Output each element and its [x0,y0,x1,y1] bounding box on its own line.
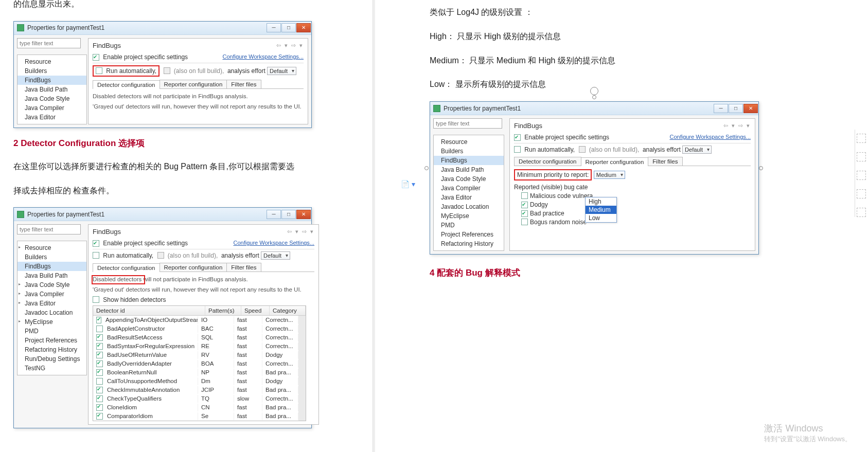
col-pattern[interactable]: Pattern(s) [205,306,241,315]
nav-item[interactable]: Builders [17,66,86,76]
tab[interactable]: Detector configuration [514,157,581,166]
run-auto-checkbox[interactable] [93,252,99,259]
nav-item[interactable]: FindBugs [17,76,86,85]
close-button[interactable]: ✕ [296,23,311,32]
nav-item[interactable]: FindBugs [17,262,86,271]
row-checkbox[interactable] [96,413,103,420]
nav-tree[interactable]: ResourceBuildersFindBugsJava Build PathJ… [433,135,504,251]
nav-item[interactable]: PMD [17,327,86,336]
row-checkbox[interactable] [96,387,103,393]
table-row[interactable]: CloneIdiomCNfastBad pra... [93,403,298,412]
nav-item[interactable]: Java Editor [17,113,86,122]
filter-input[interactable] [17,224,81,234]
row-checkbox[interactable] [96,395,103,402]
nav-tree[interactable]: ResourceBuildersFindBugsJava Build PathJ… [17,241,87,375]
nav-item[interactable]: PMD [434,221,504,230]
enable-checkbox[interactable] [93,240,99,247]
configure-workspace-link[interactable]: Configure Workspace Settings... [234,240,315,246]
effort-select[interactable]: Default [261,251,290,260]
nav-item[interactable]: Java Compiler [434,184,504,193]
nav-item[interactable]: Java Code Style [17,94,86,103]
table-row[interactable]: CheckTypeQualifiersTQslowCorrectn... [93,394,298,403]
enable-checkbox[interactable] [514,134,521,141]
tab[interactable]: Reporter configuration [160,80,227,88]
tool-icon[interactable] [857,152,866,161]
row-checkbox[interactable] [96,404,103,411]
selection-handle[interactable] [759,166,763,170]
nav-item[interactable]: Project References [17,336,86,345]
tab[interactable]: Filter files [226,80,261,88]
nav-item[interactable]: Java Compiler [17,290,86,299]
nav-item[interactable]: Javadoc Location [434,202,504,211]
minimize-button[interactable]: ─ [267,23,281,32]
nav-item[interactable]: Javadoc Location [17,308,86,317]
enable-checkbox[interactable] [93,54,99,61]
nav-item[interactable]: Run/Debug Settings [17,354,86,364]
dropdown-option[interactable]: High [586,197,616,206]
close-button[interactable]: ✕ [296,210,311,219]
nav-item[interactable]: MyEclipse [17,317,86,327]
minimize-button[interactable]: ─ [267,210,281,219]
nav-item[interactable]: FindBugs [434,156,504,165]
maximize-button[interactable]: □ [281,23,296,32]
row-checkbox[interactable] [96,360,103,367]
nav-item[interactable]: Java Code Style [434,174,504,184]
category-checkbox[interactable] [521,192,528,199]
nav-item[interactable]: Builders [17,252,86,262]
nav-arrows[interactable]: ⇦ ▾ ⇨ ▾ [287,228,314,235]
row-checkbox[interactable] [96,334,103,341]
effort-select[interactable]: Default [267,67,296,75]
tab[interactable]: Detector configuration [93,80,160,89]
table-row[interactable]: AppendingToAnObjectOutputStreamIOfastCor… [93,316,298,324]
maximize-button[interactable]: □ [281,210,296,219]
nav-item[interactable]: Resource [17,57,86,66]
table-row[interactable]: BooleanReturnNullNPfastBad pra... [93,368,298,377]
nav-item[interactable]: Refactoring History [434,239,504,248]
table-row[interactable]: BadUseOfReturnValueRVfastDodgy [93,351,298,359]
table-row[interactable]: ComparatorIdiomSefastBad pra... [93,412,298,421]
configure-workspace-link[interactable]: Configure Workspace Settings... [222,53,304,60]
effort-select[interactable]: Default [682,146,712,154]
tab[interactable]: Filter files [648,157,682,166]
show-hidden-checkbox[interactable] [93,296,99,303]
minimize-button[interactable]: ─ [714,104,728,113]
filter-input[interactable] [433,118,502,129]
nav-item[interactable]: Java Build Path [17,271,86,280]
nav-item[interactable]: Refactoring History [17,345,86,354]
maximize-button[interactable]: □ [729,104,743,113]
close-button[interactable]: ✕ [743,104,758,113]
nav-item[interactable]: MyEclipse [434,211,504,221]
rotate-handle[interactable] [590,87,598,95]
tab[interactable]: Reporter configuration [581,157,649,166]
nav-arrows[interactable]: ⇦ ▾ ⇨ ▾ [276,42,304,49]
dropdown-option[interactable]: Medium [586,206,616,214]
nav-tree[interactable]: ResourceBuildersFindBugsJava Build PathJ… [17,55,87,124]
category-checkbox[interactable] [521,219,528,225]
selection-handle[interactable] [424,166,429,170]
row-checkbox[interactable] [96,369,103,376]
min-priority-select[interactable]: Medium [594,171,625,179]
nav-item[interactable]: Project References [434,230,504,239]
row-checkbox[interactable] [96,378,103,385]
nav-item[interactable]: Java Build Path [434,165,504,174]
priority-dropdown-list[interactable]: HighMediumLow [585,197,617,223]
tab[interactable]: Detector configuration [93,263,160,272]
table-row[interactable]: BadAppletConstructorBACfastCorrectn... [93,324,298,333]
col-category[interactable]: Category [270,306,306,315]
tab[interactable]: Reporter configuration [160,263,227,272]
nav-item[interactable]: Resource [17,243,86,252]
nav-item[interactable]: Builders [434,147,504,156]
table-scrollbar[interactable] [298,316,306,421]
filter-input[interactable] [17,38,81,48]
table-row[interactable]: CheckImmutableAnnotationJCIPfastBad pra.… [93,386,298,394]
run-auto-checkbox[interactable] [514,146,521,153]
nav-item[interactable]: Java Build Path [17,85,86,94]
tool-icon[interactable] [857,171,866,180]
table-row[interactable]: CallToUnsupportedMethodDmfastDodgy [93,377,298,386]
tool-icon[interactable] [857,134,866,143]
nav-item[interactable]: Java Code Style [17,280,86,290]
table-row[interactable]: BadResultSetAccessSQLfastCorrectn... [93,333,298,342]
run-auto-checkbox[interactable] [96,67,102,74]
nav-item[interactable]: Java Compiler [17,103,86,113]
dropdown-option[interactable]: Low [586,214,616,222]
